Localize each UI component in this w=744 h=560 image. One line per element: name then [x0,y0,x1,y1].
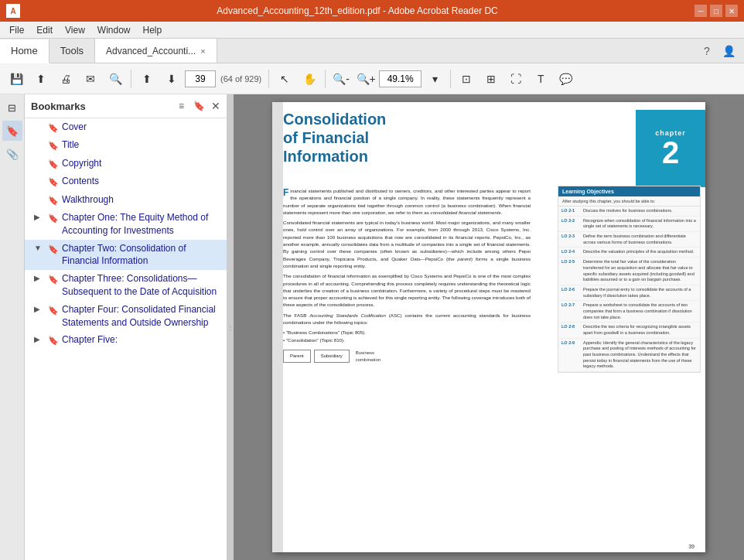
doc-tab-label: Advanced_Accounti... [106,46,196,56]
bookmarks-close-button[interactable]: ✕ [211,99,220,113]
bookmark-label-ch4: Chapter Four: Consolidated Financial Sta… [62,303,222,330]
toolbar-separator-4 [450,70,451,88]
lo-item-4: LO 2-4 Describe the valuation principles… [558,248,700,258]
menu-view[interactable]: View [59,23,91,37]
page-total: (64 of 929) [217,74,264,84]
expand-icon-ch5[interactable]: ▶ [34,334,45,345]
bookmarks-expand-btn[interactable]: ≡ [176,99,187,113]
zoom-in-button[interactable]: 🔍+ [354,67,377,90]
fit-page-button[interactable]: ⊡ [455,67,478,90]
close-button[interactable]: ✕ [725,5,738,17]
lo-header: Learning Objectives [558,186,700,196]
minimize-button[interactable]: ─ [695,5,707,17]
toolbar: 💾 ⬆ 🖨 ✉ 🔍 ⬆ ⬇ (64 of 929) ↖ ✋ 🔍- 🔍+ ▾ ⊡ … [0,63,744,94]
bookmark-ch5[interactable]: ▶ 🔖 Chapter Five: [25,331,227,349]
sidebar-bookmarks-button[interactable]: 🔖 [2,121,22,141]
sign-in-button[interactable]: 👤 [719,42,738,60]
bookmark-label-title: Title [62,138,222,152]
page-number-input[interactable] [185,70,216,87]
chapter-number: 2 [662,137,679,168]
zoom-out-button[interactable]: 🔍- [329,67,353,90]
bookmark-contents[interactable]: 🔖 Contents [25,172,227,190]
expand-icon-ch3[interactable]: ▶ [34,273,45,284]
diagram-subsidiary: Subsidiary [314,350,350,363]
menu-edit[interactable]: Edit [30,23,59,37]
expand-icon-ch2[interactable]: ▼ [34,243,45,254]
bookmark-ch3[interactable]: ▶ 🔖 Chapter Three: Consolidations—Subseq… [25,270,227,301]
bookmark-icon-title: 🔖 [48,140,59,152]
bookmark-title[interactable]: 🔖 Title [25,136,227,154]
search-button[interactable]: 🔍 [104,67,127,90]
chapter-tab: chapter 2 [636,110,705,187]
sidebar-thumbnails-button[interactable]: ⊟ [2,97,22,118]
learning-objectives-box: Learning Objectives After studying this … [558,186,701,373]
menu-file[interactable]: File [3,23,30,37]
pdf-body-text: Financial statements published and distr… [283,187,531,364]
panel-resize-handle[interactable]: ⋮ [227,94,234,560]
expand-icon-ch4[interactable]: ▶ [34,304,45,315]
bookmark-icon-walkthrough: 🔖 [48,195,59,207]
bookmark-label-ch1: Chapter One: The Equity Method of Accoun… [62,211,222,237]
bookmark-label-cover: Cover [62,121,222,134]
bookmark-label-walkthrough: Walkthrough [62,193,222,207]
next-page-button[interactable]: ⬇ [160,67,183,90]
tab-action-area: ? 👤 [691,42,744,60]
bookmark-icon-ch4: 🔖 [48,305,59,316]
typewriter-button[interactable]: T [529,67,552,90]
zoom-dropdown-button[interactable]: ▾ [423,67,446,90]
bookmark-icon-ch5: 🔖 [48,335,59,347]
lo-subheader: After studying this chapter, you should … [558,196,700,207]
bookmarks-panel: Bookmarks ≡ 🔖 ✕ 🔖 Cover 🔖 Title [25,94,227,560]
cursor-tool-button[interactable]: ↖ [273,67,296,90]
bookmarks-add-btn[interactable]: 🔖 [190,99,208,113]
bookmark-icon-ch2: 🔖 [48,244,59,255]
prev-page-button[interactable]: ⬆ [135,67,159,90]
bookmark-ch2[interactable]: ▼ 🔖 Chapter Two: Consolidation of Financ… [25,240,227,271]
pdf-left-margin [272,102,283,552]
pdf-page: chapter 2 Consolidation of Financial Inf… [272,102,705,552]
fullscreen-button[interactable]: ⛶ [504,67,527,90]
hand-tool-button[interactable]: ✋ [298,67,321,90]
bookmark-label-ch5: Chapter Five: [62,333,222,347]
bookmark-label-ch2: Chapter Two: Consolidation of Financial … [62,242,222,268]
bookmark-icon-ch3: 🔖 [48,274,59,285]
side-icon-panel: ⊟ 🔖 📎 [0,94,25,560]
tab-home[interactable]: Home [0,39,49,63]
lo-item-9: LO 2-9 Appendix: Identify the general ch… [558,339,700,372]
bookmarks-list: 🔖 Cover 🔖 Title 🔖 Copyright 🔖 Contents [25,118,227,560]
main-content: ⊟ 🔖 📎 Bookmarks ≡ 🔖 ✕ 🔖 Cover 🔖 [0,94,744,560]
tab-close-button[interactable]: × [200,46,205,56]
lo-item-2: LO 2-2 Recognize when consolidation of f… [558,217,700,232]
tab-document[interactable]: Advanced_Accounti... × [95,39,217,63]
lo-item-3: LO 2-3 Define the term business combinat… [558,232,700,248]
bookmark-label-ch3: Chapter Three: Consolidations—Subsequent… [62,272,222,299]
bookmark-ch4[interactable]: ▶ 🔖 Chapter Four: Consolidated Financial… [25,301,227,332]
lo-item-7: LO 2-7 Prepare a worksheet to consolidat… [558,301,700,323]
email-button[interactable]: ✉ [79,67,102,90]
menu-window[interactable]: Window [91,23,137,37]
bookmark-cover[interactable]: 🔖 Cover [25,118,227,136]
bookmark-icon-contents: 🔖 [48,176,59,188]
upload-button[interactable]: ⬆ [29,67,53,90]
expand-icon-ch1[interactable]: ▶ [34,212,45,223]
bookmark-copyright[interactable]: 🔖 Copyright [25,155,227,172]
lo-item-8: LO 2-8 Describe the two criteria for rec… [558,323,700,338]
bookmark-ch1[interactable]: ▶ 🔖 Chapter One: The Equity Method of Ac… [25,209,227,240]
maximize-button[interactable]: □ [710,5,722,17]
sidebar-attachments-button[interactable]: 📎 [2,144,22,164]
pdf-page-number: 39 [688,544,695,549]
bookmark-walkthrough[interactable]: 🔖 Walkthrough [25,191,227,209]
tab-bar: Home Tools Advanced_Accounti... × ? 👤 [0,39,744,63]
zoom-level-input[interactable] [379,70,421,87]
window-title: Advanced_Accounting_12th_edition.pdf - A… [20,5,695,16]
toolbar-separator-3 [325,70,326,88]
comment-button[interactable]: 💬 [554,67,577,90]
pdf-viewer[interactable]: chapter 2 Consolidation of Financial Inf… [234,94,744,560]
help-button[interactable]: ? [698,42,716,60]
tab-tools[interactable]: Tools [49,39,95,63]
menu-bar: File Edit View Window Help [0,22,744,39]
fit-width-button[interactable]: ⊞ [480,67,503,90]
menu-help[interactable]: Help [137,23,169,37]
print-button[interactable]: 🖨 [54,67,77,90]
save-button[interactable]: 💾 [5,67,28,90]
